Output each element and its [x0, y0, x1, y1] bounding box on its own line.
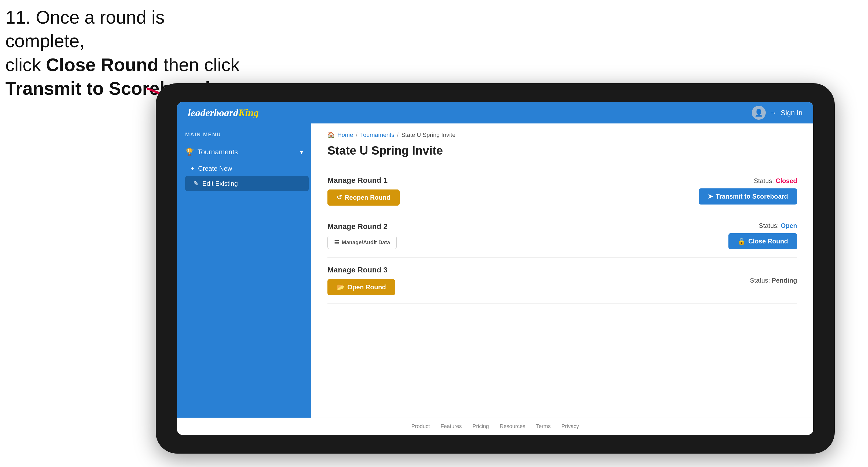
logo: leaderboardKing [188, 107, 259, 119]
footer: Product Features Pricing Resources Terms… [177, 417, 813, 435]
breadcrumb-home[interactable]: Home [337, 131, 353, 138]
plus-icon: + [191, 165, 194, 172]
round-2-title: Manage Round 2 [328, 222, 728, 231]
tournaments-label: Tournaments [197, 148, 238, 156]
edit-icon: ✎ [193, 180, 198, 187]
create-new-label: Create New [198, 165, 232, 172]
main-content: 🏠 Home / Tournaments / State U Spring In… [311, 123, 813, 417]
close-round-button[interactable]: 🔒 Close Round [728, 233, 797, 249]
footer-terms[interactable]: Terms [536, 423, 551, 429]
round-1-status: Status: Closed [754, 177, 797, 185]
manage-icon: ☰ [334, 239, 339, 246]
round-1-left: Manage Round 1 ↺ Reopen Round [328, 176, 699, 206]
breadcrumb-current: State U Spring Invite [401, 131, 456, 138]
signin-label[interactable]: Sign In [781, 109, 803, 117]
top-bar: leaderboardKing 👤 → Sign In [177, 102, 813, 123]
breadcrumb-sep2: / [397, 131, 399, 138]
round-3-status: Status: Pending [750, 277, 797, 284]
round-3-section: Manage Round 3 📂 Open Round Status: Pend… [328, 258, 797, 304]
transmit-to-scoreboard-button[interactable]: ➤ Transmit to Scoreboard [699, 188, 797, 205]
breadcrumb-sep1: / [356, 131, 358, 138]
sidebar: MAIN MENU 🏆 Tournaments ▾ + Create New ✎ [177, 123, 311, 417]
sidebar-item-tournaments[interactable]: 🏆 Tournaments ▾ [177, 143, 311, 161]
logo-styled: King [238, 107, 259, 118]
sidebar-item-create-new[interactable]: + Create New [183, 161, 311, 176]
round-3-left: Manage Round 3 📂 Open Round [328, 266, 750, 295]
signin-arrow-icon: → [770, 108, 777, 117]
manage-audit-data-button[interactable]: ☰ Manage/Audit Data [328, 236, 397, 249]
footer-pricing[interactable]: Pricing [473, 423, 489, 429]
edit-existing-label: Edit Existing [203, 180, 238, 187]
page-title: State U Spring Invite [328, 144, 797, 157]
tablet-device: leaderboardKing 👤 → Sign In MAIN MENU 🏆 … [156, 83, 835, 454]
round-2-status: Status: Open [759, 222, 797, 229]
round-2-right: Status: Open 🔒 Close Round [728, 222, 797, 249]
logo-plain: leaderboard [188, 107, 238, 118]
round-3-right: Status: Pending [750, 277, 797, 284]
user-icon: 👤 [754, 109, 763, 117]
round-2-status-value: Open [781, 222, 797, 229]
round-1-right: Status: Closed ➤ Transmit to Scoreboard [699, 177, 797, 205]
reopen-round-button[interactable]: ↺ Reopen Round [328, 189, 400, 206]
footer-resources[interactable]: Resources [500, 423, 526, 429]
transmit-icon: ➤ [708, 193, 713, 200]
open-round-button[interactable]: 📂 Open Round [328, 279, 395, 295]
chevron-down-icon: ▾ [300, 148, 303, 156]
round-1-status-value: Closed [776, 177, 797, 184]
main-menu-label: MAIN MENU [177, 131, 311, 143]
round-1-section: Manage Round 1 ↺ Reopen Round Status: Cl… [328, 168, 797, 214]
tablet-screen: leaderboardKing 👤 → Sign In MAIN MENU 🏆 … [177, 102, 813, 435]
footer-privacy[interactable]: Privacy [561, 423, 579, 429]
round-2-section: Manage Round 2 ☰ Manage/Audit Data Statu… [328, 214, 797, 258]
footer-product[interactable]: Product [411, 423, 430, 429]
round-1-title: Manage Round 1 [328, 176, 699, 185]
avatar: 👤 [752, 106, 766, 120]
lock-icon: 🔒 [738, 238, 746, 245]
round-2-left: Manage Round 2 ☰ Manage/Audit Data [328, 222, 728, 249]
reopen-icon: ↺ [337, 194, 342, 201]
footer-features[interactable]: Features [441, 423, 462, 429]
trophy-icon: 🏆 [185, 148, 194, 156]
round-3-title: Manage Round 3 [328, 266, 750, 274]
app-layout: MAIN MENU 🏆 Tournaments ▾ + Create New ✎ [177, 123, 813, 417]
breadcrumb-tournaments[interactable]: Tournaments [360, 131, 394, 138]
open-icon: 📂 [337, 283, 345, 291]
sidebar-item-edit-existing[interactable]: ✎ Edit Existing [185, 176, 309, 191]
sidebar-submenu: + Create New ✎ Edit Existing [177, 161, 311, 191]
breadcrumb-home-icon: 🏠 [328, 131, 335, 138]
round-3-status-value: Pending [772, 277, 797, 284]
sign-in-area[interactable]: 👤 → Sign In [752, 106, 803, 120]
breadcrumb: 🏠 Home / Tournaments / State U Spring In… [328, 131, 797, 138]
